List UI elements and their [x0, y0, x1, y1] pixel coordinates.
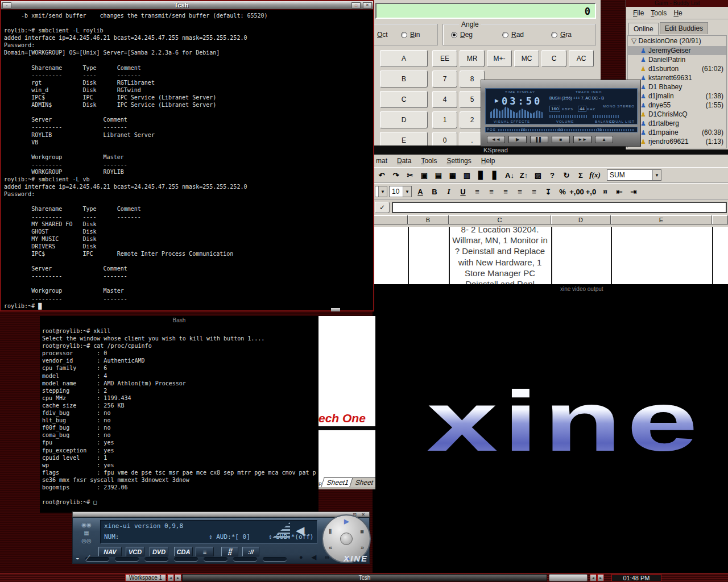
formula-edit-button[interactable]: ✓: [375, 202, 390, 213]
pad-hub[interactable]: [340, 533, 353, 545]
toolbar-icon[interactable]: ▦: [446, 169, 460, 181]
toolbar-icon[interactable]: Σ: [574, 169, 588, 181]
toolbar-icon[interactable]: ⇥: [627, 185, 640, 198]
source-button[interactable]: ≡: [196, 547, 214, 556]
previous-icon[interactable]: «: [329, 544, 332, 551]
toolbar-icon[interactable]: B: [428, 185, 441, 198]
toolbar-icon[interactable]: ≡: [485, 185, 498, 198]
next-icon[interactable]: »: [361, 544, 364, 551]
maximize-button[interactable]: □: [351, 2, 361, 9]
chevron-down-icon[interactable]: ▼: [378, 186, 387, 197]
workspace-next-icon[interactable]: ►: [175, 574, 181, 581]
equalizer-playlist-label[interactable]: EQUAL LIST: [610, 120, 635, 123]
buddy-row[interactable]: ♟ d1mpaine (60:38): [628, 128, 726, 137]
transport-button[interactable]: ▶: [508, 136, 527, 143]
toolbar-icon[interactable]: U: [456, 185, 470, 198]
toolbar-icon[interactable]: A↓: [503, 169, 516, 181]
buddy-row[interactable]: ♟ rjendro69621 (1:13): [628, 137, 726, 146]
toolbar-icon[interactable]: ?: [545, 169, 559, 181]
buddy-row[interactable]: ♟ dnye55 (1:55): [628, 101, 726, 110]
buddy-group-row[interactable]: ▽ DecisionOne (20/91): [628, 36, 726, 46]
window-menu-button[interactable]: ▫: [2, 2, 11, 9]
gaim-menu-item[interactable]: File: [633, 9, 644, 17]
toolbar-icon[interactable]: ▤: [432, 169, 445, 181]
column-header[interactable]: C: [449, 215, 551, 225]
calc-button[interactable]: EE: [432, 50, 457, 67]
audio-channel-label[interactable]: ⇕ AUD:*[ 0]: [209, 533, 250, 541]
toolbar-icon[interactable]: A: [413, 185, 427, 198]
toolbar-icon[interactable]: ≡: [470, 185, 484, 198]
toggle-icon[interactable]: ⇕: [209, 533, 213, 541]
calc-button[interactable]: C: [380, 91, 428, 108]
source-button[interactable]: ⣿: [221, 547, 238, 556]
toolbar-icon[interactable]: ▋: [489, 169, 502, 181]
formula-input[interactable]: [392, 202, 727, 213]
tcsh-titlebar[interactable]: ▫ Tcsh □ ✕: [1, 1, 373, 10]
kspread-menu-item[interactable]: Help: [481, 157, 495, 165]
toolbar-icon[interactable]: ▣: [417, 169, 431, 181]
toolbar-icon[interactable]: Z↑: [517, 169, 531, 181]
source-button[interactable]: VCD: [126, 547, 144, 556]
column-header[interactable]: B: [408, 215, 449, 225]
power-config-icons[interactable]: ◒ ⟋: [76, 554, 92, 562]
transport-button[interactable]: ►►: [573, 136, 592, 143]
calc-button[interactable]: MC: [514, 50, 539, 67]
volume-slider[interactable]: [549, 115, 587, 118]
column-header[interactable]: [712, 215, 728, 225]
column-header[interactable]: [373, 215, 408, 225]
calc-button-4[interactable]: 4: [432, 91, 457, 108]
base-oct-label[interactable]: Oct: [377, 31, 388, 39]
source-button[interactable]: CDA: [174, 547, 193, 556]
close-button[interactable]: ✕: [363, 2, 372, 9]
transport-button[interactable]: ■: [552, 136, 570, 143]
kspread-menu-item[interactable]: Tools: [421, 157, 437, 165]
position-bar[interactable]: POS 25 50 75: [485, 127, 638, 132]
calc-button[interactable]: A: [380, 50, 428, 67]
play-icon[interactable]: ▶: [344, 518, 349, 525]
transport-button[interactable]: ▌▌: [530, 136, 548, 143]
calc-button[interactable]: AC: [569, 50, 594, 67]
toggle-icon[interactable]: ⇕: [268, 533, 272, 541]
kspread-menu-item[interactable]: mat: [376, 157, 387, 165]
buddy-row[interactable]: ♟ d1sburton (61:02): [628, 64, 726, 73]
buddy-row[interactable]: ♟ JeremyGeiser: [628, 46, 726, 55]
chevron-down-icon[interactable]: ▼: [652, 170, 661, 180]
scroll-right-icon[interactable]: ►: [597, 574, 604, 581]
collapse-arrow-icon[interactable]: ▽: [631, 37, 636, 45]
toolbar-icon[interactable]: f(x): [588, 169, 602, 181]
gaim-menu-item[interactable]: Tools: [651, 9, 667, 17]
calc-button-1[interactable]: 1: [432, 111, 457, 128]
toolbar-icon[interactable]: +,0: [584, 185, 598, 198]
base-bin-radio[interactable]: Bin: [401, 31, 420, 39]
radio-icon[interactable]: [551, 32, 557, 38]
formula-function-combo[interactable]: SUM ▼: [607, 169, 661, 181]
toolbar-icon[interactable]: +,00: [570, 185, 584, 198]
source-button[interactable]: DVD: [150, 547, 168, 556]
resize-handle[interactable]: [331, 308, 340, 311]
calc-button-7[interactable]: 7: [432, 70, 457, 88]
taskbar-scrollbar[interactable]: [549, 574, 588, 581]
chevron-down-icon[interactable]: ▼: [403, 186, 411, 197]
toolbar-icon[interactable]: ¤: [598, 185, 612, 198]
position-track[interactable]: [498, 129, 635, 131]
pause-icon[interactable]: Ⅱ: [329, 528, 332, 535]
spreadsheet-grid[interactable]: 8- 2 Location 30204.Willmar, MN, 1 Monit…: [373, 227, 728, 288]
toolbar-icon[interactable]: ⇤: [613, 185, 626, 198]
speaker-icon[interactable]: ◀: [296, 523, 304, 537]
column-header[interactable]: E: [611, 215, 712, 225]
stop-icon[interactable]: ■: [360, 528, 364, 535]
buddy-row[interactable]: ♟ d1jmalin (1:38): [628, 92, 726, 101]
tab-sheet2[interactable]: Sheet: [349, 477, 375, 487]
toolbar-icon[interactable]: ↻: [560, 169, 573, 181]
calc-button[interactable]: MR: [460, 50, 485, 67]
calc-button[interactable]: D: [380, 111, 428, 128]
panel-titlebar[interactable]: ⊡ ✕: [72, 512, 370, 517]
font-combo[interactable]: ▼: [375, 186, 387, 197]
kspread-menu-item[interactable]: Data: [397, 157, 411, 165]
workspace-indicator[interactable]: Workspace 1: [125, 574, 166, 581]
toolbar-icon[interactable]: ↧: [541, 185, 555, 198]
buddy-row[interactable]: ♟ d1rtalberg: [628, 119, 726, 128]
workspace-prev-icon[interactable]: ◄: [167, 574, 174, 581]
angle-gra-radio[interactable]: Gra: [551, 31, 572, 39]
toolbar-icon[interactable]: ▨: [531, 169, 545, 181]
